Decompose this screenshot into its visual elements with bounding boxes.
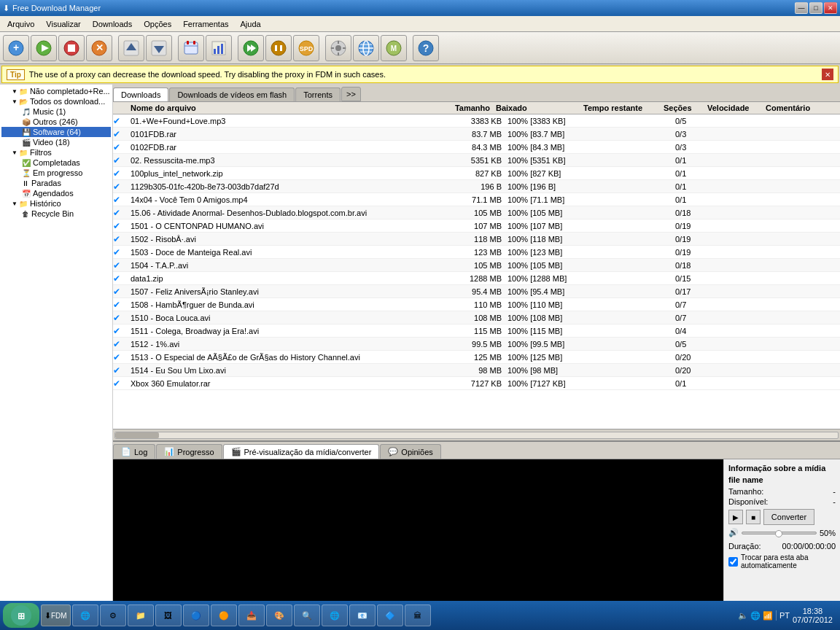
sidebar-item-completadas[interactable]: ✅ Completadas (1, 158, 111, 168)
table-row[interactable]: ✔ 1503 - Doce de Manteiga Real.avi 123 M… (113, 246, 840, 259)
menu-ajuda[interactable]: Ajuda (235, 18, 267, 30)
bottom-tab-opinioes[interactable]: 💬 Opiniões (380, 444, 440, 459)
taskbar-app6[interactable]: 🟠 (211, 604, 237, 626)
table-row[interactable]: ✔ 1502 - RisobÂ·.avi 118 MB 100% [118 MB… (113, 233, 840, 246)
table-row[interactable]: ✔ 14x04 - Você Tem 0 Amigos.mp4 71.1 MB … (113, 193, 840, 206)
statistics-button[interactable] (206, 35, 232, 61)
delete-button[interactable]: ✕ (86, 35, 112, 61)
header-comment[interactable]: Comentário (763, 104, 828, 112)
sidebar-item-historico[interactable]: ▼ 📁 Histórico (1, 198, 111, 209)
auto-switch-checkbox[interactable] (728, 557, 738, 567)
menu-visualizar[interactable]: Visualizar (40, 18, 87, 30)
taskbar-fdm[interactable]: ⬇ FDM (41, 604, 71, 626)
taskbar-app5[interactable]: 🔵 (183, 604, 209, 626)
table-row[interactable]: ✔ 15.06 - Atividade Anormal- Desenhos-Du… (113, 206, 840, 219)
stop-media-button[interactable]: ■ (746, 510, 761, 524)
table-row[interactable]: ✔ 1510 - Boca Louca.avi 108 MB 100% [108… (113, 311, 840, 324)
sidebar-item-paradas[interactable]: ⏸ Paradas (1, 178, 111, 188)
volume-slider[interactable] (742, 532, 817, 534)
header-size[interactable]: Tamanho (435, 104, 493, 112)
table-row[interactable]: ✔ 0102FDB.rar 84.3 MB 100% [84.3 MB] 0/3 (113, 141, 840, 154)
convert-button[interactable]: Converter (763, 509, 814, 525)
move-down-button[interactable] (146, 35, 172, 61)
sidebar-item-outros[interactable]: 📦 Outros (246) (1, 117, 111, 127)
start-all-button[interactable] (238, 35, 264, 61)
add-button[interactable]: + (3, 35, 29, 61)
titlebar-controls[interactable]: — □ ✕ (795, 2, 837, 14)
tab-more[interactable]: >> (341, 87, 361, 101)
hscroll-thumb[interactable] (115, 432, 159, 438)
bottom-tab-progresso[interactable]: 📊 Progresso (156, 444, 222, 459)
bottom-tab-log[interactable]: 📄 Log (113, 444, 155, 459)
header-time[interactable]: Tempo restante (580, 104, 661, 112)
limit-button[interactable]: SPD (293, 35, 319, 61)
taskbar-app4[interactable]: 🖼 (155, 604, 182, 626)
tab-flash-videos[interactable]: Downloads de vídeos em flash (169, 88, 295, 101)
clock[interactable]: 18:38 07/07/2012 (793, 607, 833, 624)
table-row[interactable]: ✔ Xbox 360 Emulator.rar 7127 KB 100% [71… (113, 377, 840, 390)
sidebar-item-agendados[interactable]: 📅 Agendados (1, 188, 111, 198)
scheduler-button[interactable] (178, 35, 204, 61)
sidebar-item-software[interactable]: 💾 Software (64) (1, 127, 111, 137)
stop-button[interactable] (58, 35, 85, 61)
header-name[interactable]: Nome do arquivo (128, 104, 435, 112)
header-sections[interactable]: Seções (661, 104, 704, 112)
taskbar-app1[interactable]: 🌐 (72, 604, 98, 626)
header-speed[interactable]: Velocidade (704, 104, 763, 112)
taskbar-app9[interactable]: 🔍 (294, 604, 320, 626)
maximize-button[interactable]: □ (809, 2, 822, 14)
play-button[interactable]: ▶ (728, 510, 743, 524)
table-row[interactable]: ✔ 1129b305-01fc-420b-8e73-003db7daf27d 1… (113, 180, 840, 193)
taskbar-app10[interactable]: 🌐 (322, 604, 348, 626)
table-row[interactable]: ✔ 1501 - O CENTONPAD HUMANO.avi 107 MB 1… (113, 219, 840, 233)
sidebar-item-filtros[interactable]: ▼ 📁 Filtros (1, 147, 111, 158)
table-row[interactable]: ✔ 1513 - O Especial de AÃ§Ã£o de GrÃ§as … (113, 351, 840, 364)
sidebar-item-incomplete[interactable]: ▼ 📁 Não completado+Re... (1, 86, 111, 96)
tipbar-close-button[interactable]: ✕ (822, 69, 833, 80)
start-button[interactable]: ⊞ (3, 603, 39, 628)
taskbar-app12[interactable]: 🔷 (377, 604, 403, 626)
tab-downloads[interactable]: Downloads (113, 88, 168, 101)
bottom-tab-media[interactable]: 🎬 Pré-visualização da mídia/converter (223, 444, 380, 459)
taskbar-app13[interactable]: 🏛 (405, 604, 431, 626)
table-row[interactable]: ✔ 1504 - T.A.P..avi 105 MB 100% [105 MB]… (113, 259, 840, 272)
taskbar-app8[interactable]: 🎨 (266, 604, 292, 626)
table-row[interactable]: ✔ 1512 - 1%.avi 99.5 MB 100% [99.5 MB] 0… (113, 338, 840, 351)
taskbar-app7[interactable]: 📥 (238, 604, 265, 626)
sidebar-item-video[interactable]: 🎬 Video (18) (1, 137, 111, 147)
header-downloaded[interactable]: Baixado (493, 104, 580, 112)
minimize-button[interactable]: — (795, 2, 808, 14)
filelist-body[interactable]: ✔ 01.+We+Found+Love.mp3 3383 KB 100% [33… (113, 114, 840, 429)
sidebar-item-em-progresso[interactable]: ⏳ Em progresso (1, 168, 111, 178)
help-button[interactable]: ? (413, 35, 439, 61)
table-row[interactable]: ✔ 1511 - Colega, Broadway ja Era!.avi 11… (113, 324, 840, 338)
taskbar-app2[interactable]: ⚙ (100, 604, 126, 626)
menu-ferramentas[interactable]: Ferramentas (177, 18, 234, 30)
volume-thumb[interactable] (775, 530, 782, 537)
metalink-button[interactable]: M (381, 35, 407, 61)
table-row[interactable]: ✔ 1514 - Eu Sou Um Lixo.avi 98 MB 100% [… (113, 364, 840, 377)
table-row[interactable]: ✔ data1.zip 1288 MB 100% [1288 MB] 0/15 (113, 272, 840, 285)
stop-all-button[interactable] (265, 35, 292, 61)
sidebar-item-all[interactable]: ▼ 📂 Todos os download... (1, 96, 111, 106)
horizontal-scrollbar[interactable] (113, 429, 840, 440)
taskbar-app11[interactable]: 📧 (349, 604, 376, 626)
table-row[interactable]: ✔ 1507 - Feliz AniversÃ¡rio Stanley.avi … (113, 285, 840, 298)
site-grabber-button[interactable] (353, 35, 379, 61)
table-row[interactable]: ✔ 100plus_intel_network.zip 827 KB 100% … (113, 167, 840, 180)
settings-button[interactable] (325, 35, 351, 61)
sidebar-item-recycle[interactable]: 🗑 Recycle Bin (1, 209, 111, 219)
menu-downloads[interactable]: Downloads (87, 18, 138, 30)
menu-opcoes[interactable]: Opções (138, 18, 177, 30)
resume-button[interactable] (31, 35, 57, 61)
table-row[interactable]: ✔ 01.+We+Found+Love.mp3 3383 KB 100% [33… (113, 114, 840, 128)
hscroll-track[interactable] (114, 432, 839, 439)
tab-torrents[interactable]: Torrents (295, 88, 341, 101)
table-row[interactable]: ✔ 02. Ressuscita-me.mp3 5351 KB 100% [53… (113, 154, 840, 167)
taskbar-app3[interactable]: 📁 (128, 604, 154, 626)
table-row[interactable]: ✔ 1508 - HambÃ¶rguer de Bunda.avi 110 MB… (113, 298, 840, 311)
close-button[interactable]: ✕ (824, 2, 837, 14)
move-up-button[interactable] (118, 35, 144, 61)
menu-arquivo[interactable]: Arquivo (1, 18, 40, 30)
table-row[interactable]: ✔ 0101FDB.rar 83.7 MB 100% [83.7 MB] 0/3 (113, 128, 840, 141)
